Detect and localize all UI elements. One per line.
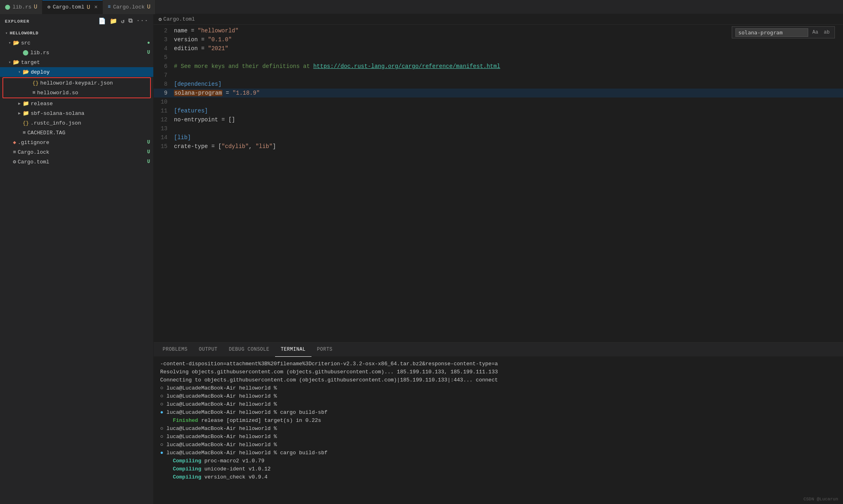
cargo-toml-badge: U <box>147 159 150 165</box>
line-num-6: 6 <box>154 62 174 71</box>
lib-rs-badge: U <box>147 50 150 55</box>
tab-cargo-toml-close[interactable]: × <box>94 4 97 11</box>
panel-tabs: PROBLEMS OUTPUT DEBUG CONSOLE TERMINAL P… <box>154 343 843 357</box>
sidebar-item-deploy[interactable]: ▾ 📂 deploy <box>0 67 153 77</box>
tab-cargo-lock-label: Cargo.lock <box>113 4 144 10</box>
code-line-11: 11 [features] <box>154 106 843 115</box>
src-label: src <box>21 40 147 46</box>
sidebar-item-target[interactable]: ▾ 📂 target <box>0 57 153 67</box>
panel-tab-terminal[interactable]: TERMINAL <box>275 343 311 357</box>
panel-tab-problems[interactable]: PROBLEMS <box>157 343 193 357</box>
new-file-icon[interactable]: 📄 <box>98 17 106 25</box>
panel-tab-ports[interactable]: PORTS <box>311 343 339 357</box>
cargo-toml-file-icon: ⚙ <box>13 159 16 165</box>
sidebar-item-cargo-lock[interactable]: ≡ Cargo.lock U <box>0 147 153 157</box>
code-editor[interactable]: 2 name = "helloworld" 3 version = "0.1.0… <box>154 25 843 342</box>
line-num-10: 10 <box>154 97 174 106</box>
line-content-14: [lib] <box>174 133 843 142</box>
breadcrumb-gear-icon: ⚙ <box>159 16 162 23</box>
sidebar-item-release[interactable]: ▶ 📁 release <box>0 99 153 108</box>
line-content-8: [dependencies] <box>174 80 843 89</box>
refresh-icon[interactable]: ↺ <box>121 17 125 25</box>
sbf-folder-icon: 📁 <box>23 110 29 116</box>
term-line-5: ○ luca@LucadeMacBook-Air helloworld % <box>160 392 837 400</box>
code-lines: 2 name = "helloworld" 3 version = "0.1.0… <box>154 25 843 151</box>
term-line-9: ○ luca@LucadeMacBook-Air helloworld % <box>160 425 837 433</box>
term-line-3: Connecting to objects.githubusercontent.… <box>160 376 837 384</box>
code-line-8: 8 [dependencies] <box>154 80 843 89</box>
target-arrow: ▾ <box>6 60 13 65</box>
sidebar-item-rustc-info[interactable]: {} .rustc_info.json <box>0 118 153 128</box>
find-input[interactable] <box>735 28 808 37</box>
sidebar-item-lib-rs[interactable]: ⬤ lib.rs U <box>0 48 153 57</box>
more-actions-icon[interactable]: ··· <box>136 17 148 25</box>
panel-tab-output[interactable]: OUTPUT <box>193 343 223 357</box>
cargo-lock-badge: U <box>147 149 150 155</box>
sidebar-item-cargo-toml[interactable]: ⚙ Cargo.toml U <box>0 157 153 167</box>
deploy-arrow: ▾ <box>16 70 23 74</box>
tab-lib-rs[interactable]: ⬤ lib.rs U <box>0 0 42 14</box>
line-num-4: 4 <box>154 44 174 53</box>
terminal-content[interactable]: -content-disposition=attachment%3B%20fil… <box>154 357 843 504</box>
gitignore-label: .gitignore <box>18 140 147 146</box>
sidebar-item-gitignore[interactable]: ◆ .gitignore U <box>0 138 153 147</box>
line-num-7: 7 <box>154 71 174 80</box>
cargo-toml-file-label: Cargo.toml <box>18 159 147 165</box>
tab-cargo-lock[interactable]: ≡ Cargo.lock U <box>103 0 156 14</box>
sidebar-item-sbf[interactable]: ▶ 📁 sbf-solana-solana <box>0 108 153 118</box>
tab-cargo-toml[interactable]: ⚙ Cargo.toml U × <box>42 0 103 14</box>
line-content-7 <box>174 71 843 80</box>
term-line-4: ○ luca@LucadeMacBook-Air helloworld % <box>160 384 837 392</box>
tab-lib-rs-label: lib.rs <box>13 4 32 10</box>
tab-bar: ⬤ lib.rs U ⚙ Cargo.toml U × ≡ Cargo.lock… <box>0 0 843 14</box>
term-line-6: ○ luca@LucadeMacBook-Air helloworld % <box>160 400 837 409</box>
collapse-icon[interactable]: ⧉ <box>128 17 133 25</box>
whole-word-btn[interactable]: ab <box>822 29 831 36</box>
deploy-folder-icon: 📂 <box>23 69 29 75</box>
editor-area: ⚙ Cargo.toml Aa ab 2 name = "helloworld"… <box>154 14 843 504</box>
code-line-7: 7 <box>154 71 843 80</box>
tab-cargo-toml-label: Cargo.toml <box>53 4 84 10</box>
match-case-btn[interactable]: Aa <box>811 29 820 36</box>
sidebar-item-src[interactable]: ▾ 📂 src ● <box>0 38 153 48</box>
release-label: release <box>31 101 153 107</box>
sidebar-item-cachedir[interactable]: ≡ CACHEDIR.TAG <box>0 128 153 138</box>
code-line-9: 9 solana-program = "1.18.9" <box>154 89 843 97</box>
line-num-11: 11 <box>154 106 174 115</box>
tree-root-helloworld[interactable]: ▾ HELLOWORLD <box>0 28 153 38</box>
line-num-9: 9 <box>154 89 174 97</box>
root-arrow: ▾ <box>3 31 10 36</box>
cachedir-icon: ≡ <box>23 130 26 136</box>
breadcrumb-path: Cargo.toml <box>163 16 195 22</box>
keypair-label: helloworld-keypair.json <box>40 80 150 86</box>
tab-cargo-toml-badge: U <box>87 4 90 11</box>
line-content-11: [features] <box>174 106 843 115</box>
release-arrow: ▶ <box>16 101 23 106</box>
gitignore-icon: ◆ <box>13 139 16 146</box>
line-num-5: 5 <box>154 53 174 62</box>
lib-rs-label: lib.rs <box>30 50 147 56</box>
line-num-15: 15 <box>154 142 174 151</box>
panel-tab-debug-console[interactable]: DEBUG CONSOLE <box>223 343 275 357</box>
new-folder-icon[interactable]: 📁 <box>110 17 118 25</box>
tab-lib-rs-badge: U <box>34 4 37 10</box>
gitignore-badge: U <box>147 140 150 145</box>
tab-cargo-lock-badge: U <box>147 4 150 10</box>
line-content-13 <box>174 124 843 133</box>
term-line-1: -content-disposition=attachment%3B%20fil… <box>160 360 837 368</box>
lib-rs-file-icon: ⬤ <box>23 49 29 56</box>
code-line-4: 4 edition = "2021" <box>154 44 843 53</box>
line-content-10 <box>174 97 843 106</box>
lib-rs-icon: ⬤ <box>5 4 10 10</box>
bottom-panel: PROBLEMS OUTPUT DEBUG CONSOLE TERMINAL P… <box>154 342 843 504</box>
sidebar-item-helloworld-so[interactable]: ≡ helloworld.so <box>3 88 150 97</box>
code-line-5: 5 <box>154 53 843 62</box>
main-area: EXPLORER 📄 📁 ↺ ⧉ ··· ▾ HELLOWORLD ▾ 📂 sr… <box>0 14 843 504</box>
line-num-14: 14 <box>154 133 174 142</box>
sidebar-item-keypair[interactable]: {} helloworld-keypair.json <box>3 78 150 88</box>
sidebar: EXPLORER 📄 📁 ↺ ⧉ ··· ▾ HELLOWORLD ▾ 📂 sr… <box>0 14 154 504</box>
code-line-14: 14 [lib] <box>154 133 843 142</box>
term-line-2: Resolving objects.githubusercontent.com … <box>160 368 837 376</box>
code-line-13: 13 <box>154 124 843 133</box>
so-label: helloworld.so <box>37 90 150 96</box>
